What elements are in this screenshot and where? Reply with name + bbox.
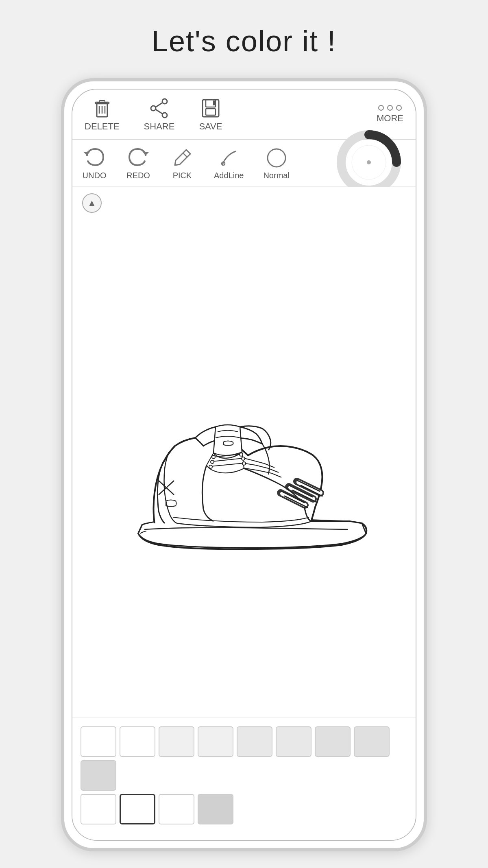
- share-icon: [148, 97, 170, 120]
- toolbar-secondary: UNDO REDO: [72, 140, 416, 187]
- save-icon: [199, 97, 222, 120]
- color-swatch[interactable]: [81, 726, 116, 757]
- svg-line-9: [156, 103, 163, 107]
- delete-label: DELETE: [85, 121, 120, 132]
- redo-icon: [126, 146, 150, 170]
- svg-point-41: [242, 457, 245, 460]
- svg-point-7: [162, 113, 167, 118]
- shoe-svg: [106, 354, 382, 582]
- shoe-canvas: [72, 219, 416, 717]
- redo-label: REDO: [126, 171, 150, 180]
- addline-label: AddLine: [214, 171, 244, 180]
- svg-point-39: [209, 465, 212, 468]
- svg-line-10: [156, 109, 163, 114]
- color-palette: [72, 717, 416, 840]
- collapse-button[interactable]: ▲: [82, 193, 102, 213]
- svg-rect-14: [213, 101, 215, 105]
- collapse-icon: ▲: [87, 198, 96, 208]
- canvas-top-bar: ▲: [72, 187, 416, 219]
- page-wrapper: Let's color it !: [0, 0, 488, 868]
- svg-rect-13: [206, 109, 216, 115]
- svg-marker-16: [142, 151, 149, 155]
- canvas-area: ▲: [72, 187, 416, 840]
- more-icon: [378, 105, 402, 111]
- svg-point-40: [240, 453, 243, 456]
- addline-icon: [217, 146, 241, 170]
- svg-rect-5: [99, 101, 105, 103]
- svg-point-19: [268, 149, 285, 167]
- color-wheel[interactable]: [334, 128, 403, 197]
- pick-label: PICK: [173, 171, 192, 180]
- save-label: SAVE: [199, 121, 222, 132]
- color-swatch[interactable]: [81, 794, 116, 824]
- page-title: Let's color it !: [152, 24, 336, 58]
- more-label: MORE: [377, 113, 403, 124]
- svg-line-17: [183, 153, 187, 157]
- save-button[interactable]: SAVE: [199, 97, 222, 132]
- share-button[interactable]: SHARE: [144, 97, 175, 132]
- color-swatch[interactable]: [159, 726, 194, 757]
- color-swatch[interactable]: [198, 726, 233, 757]
- normal-label: Normal: [263, 171, 289, 180]
- color-swatch-selected[interactable]: [120, 794, 155, 824]
- delete-icon: [91, 97, 113, 120]
- svg-point-38: [211, 460, 214, 464]
- palette-row-1: [81, 726, 407, 791]
- svg-point-42: [242, 462, 246, 465]
- redo-button[interactable]: REDO: [126, 146, 150, 180]
- color-swatch[interactable]: [354, 726, 390, 757]
- color-swatch[interactable]: [81, 760, 116, 791]
- palette-row-2: [81, 794, 407, 824]
- pick-button[interactable]: PICK: [170, 146, 194, 180]
- undo-icon: [82, 146, 107, 170]
- phone-frame: DELETE SHARE: [61, 78, 427, 851]
- share-label: SHARE: [144, 121, 175, 132]
- addline-button[interactable]: AddLine: [214, 146, 244, 180]
- svg-point-6: [162, 99, 167, 104]
- more-button[interactable]: MORE: [377, 105, 403, 124]
- shoe-image: [102, 346, 386, 590]
- delete-button[interactable]: DELETE: [85, 97, 120, 132]
- svg-marker-15: [84, 151, 90, 155]
- color-swatch[interactable]: [237, 726, 272, 757]
- phone-inner: DELETE SHARE: [72, 89, 416, 841]
- app-container: DELETE SHARE: [72, 90, 416, 840]
- svg-point-37: [212, 455, 215, 459]
- svg-point-22: [367, 160, 371, 164]
- color-swatch[interactable]: [315, 726, 351, 757]
- color-swatch[interactable]: [159, 794, 194, 824]
- color-swatch[interactable]: [276, 726, 312, 757]
- color-swatch[interactable]: [198, 794, 233, 824]
- color-swatch[interactable]: [120, 726, 155, 757]
- pick-icon: [170, 146, 194, 170]
- normal-icon: [264, 146, 289, 170]
- undo-label: UNDO: [83, 171, 107, 180]
- svg-point-8: [151, 106, 156, 111]
- undo-button[interactable]: UNDO: [82, 146, 107, 180]
- normal-button[interactable]: Normal: [263, 146, 289, 180]
